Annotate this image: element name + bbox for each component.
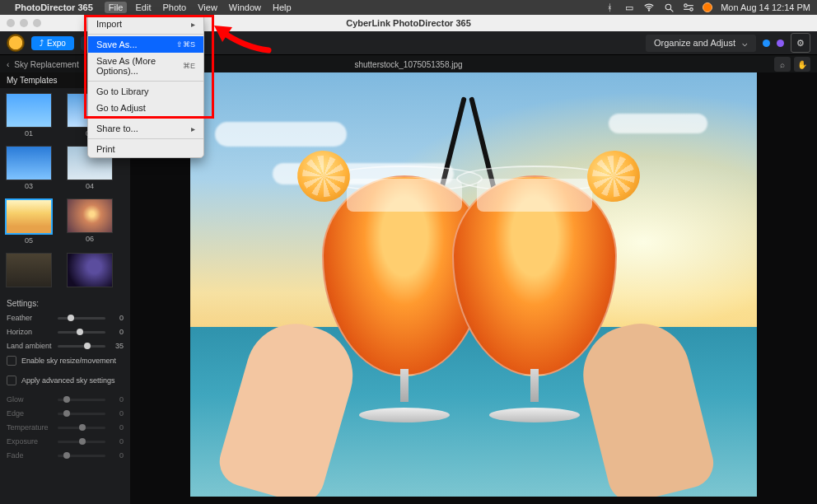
menu-item-print[interactable]: Print: [88, 141, 203, 157]
menubar-view[interactable]: View: [198, 2, 217, 12]
checkbox-label: Enable sky resize/movement: [21, 357, 116, 365]
slider-track: [58, 455, 105, 457]
chevron-left-icon[interactable]: ‹: [7, 60, 9, 69]
menu-item-share-to[interactable]: Share to...▸: [88, 120, 203, 137]
slider-horizon[interactable]: Horizon0: [7, 328, 124, 336]
svg-point-5: [690, 8, 693, 11]
sky-template-05[interactable]: [5, 198, 53, 235]
zoom-tool-button[interactable]: ⌕: [774, 57, 791, 72]
slider-glow: Glow0: [7, 395, 124, 404]
slider-track[interactable]: [58, 345, 105, 348]
slider-track[interactable]: [58, 331, 105, 334]
menu-item-label: Share to...: [96, 124, 138, 133]
menu-item-save-as-more-options[interactable]: Save As (More Options)...⌘E: [88, 53, 203, 79]
current-filename: shutterstock_1075051358.jpg: [354, 60, 462, 69]
enable-sky-resize-checkbox[interactable]: Enable sky resize/movement: [7, 356, 124, 366]
search-icon: ⌕: [780, 60, 785, 69]
menu-item-import[interactable]: Import▸: [88, 16, 203, 32]
menu-item-shortcut: ⇧⌘S: [176, 40, 195, 49]
menubar-help[interactable]: Help: [273, 2, 292, 12]
screenmirror-icon[interactable]: ▭: [623, 2, 635, 13]
menubar-window[interactable]: Window: [229, 2, 261, 12]
thumb-caption: 04: [86, 182, 94, 190]
slider-track: [58, 413, 105, 415]
thumb-caption: 03: [25, 182, 33, 190]
settings-button[interactable]: ⚙: [791, 33, 810, 53]
menubar-clock[interactable]: Mon Aug 14 12:14 PM: [721, 2, 810, 12]
slider-label: Feather: [7, 314, 53, 322]
hand-icon: ✋: [797, 60, 807, 69]
zoom-icon[interactable]: [33, 19, 41, 27]
wifi-icon[interactable]: [643, 2, 655, 13]
slider-value: 0: [110, 423, 124, 432]
upload-icon: ⤴: [40, 39, 44, 48]
image-preview[interactable]: [190, 72, 757, 497]
slider-land-ambient[interactable]: Land ambient35: [7, 342, 124, 350]
svg-point-3: [684, 4, 688, 7]
slider-value: 0: [110, 395, 124, 404]
menu-item-label: Print: [96, 144, 115, 154]
user-dot-icon[interactable]: [777, 40, 784, 47]
canvas-area: [130, 72, 817, 504]
bluetooth-icon[interactable]: ᚼ: [604, 2, 615, 13]
gear-icon: ⚙: [796, 38, 805, 49]
slider-edge: Edge0: [7, 409, 124, 418]
menu-item-go-to-library[interactable]: Go to Library: [88, 83, 203, 100]
close-icon[interactable]: [7, 19, 15, 27]
menu-item-save-as[interactable]: Save As...⇧⌘S: [88, 36, 203, 53]
export-label: Expo: [47, 39, 66, 48]
slider-label: Fade: [7, 451, 53, 460]
menu-item-label: Save As (More Options)...: [96, 56, 183, 76]
traffic-lights[interactable]: [7, 19, 41, 27]
minimize-icon[interactable]: [20, 19, 28, 27]
menu-item-shortcut: ⌘E: [183, 62, 195, 70]
organize-label: Organize and Adjust: [654, 38, 735, 48]
slider-temperature: Temperature0: [7, 423, 124, 432]
menu-item-label: Go to Library: [96, 86, 149, 96]
sky-template-07[interactable]: [6, 253, 52, 287]
menu-item-go-to-adjust[interactable]: Go to Adjust: [88, 100, 203, 116]
sky-template-06[interactable]: [67, 198, 113, 233]
slider-label: Land ambient: [7, 342, 53, 350]
chevron-right-icon: ▸: [191, 124, 195, 133]
slider-fade: Fade0: [7, 451, 124, 460]
app-logo-icon[interactable]: [7, 34, 25, 52]
slider-value: 35: [110, 342, 124, 350]
svg-line-2: [670, 9, 673, 12]
file-menu: Import▸Save As...⇧⌘SSave As (More Option…: [87, 15, 204, 158]
organize-adjust-dropdown[interactable]: Organize and Adjust ⌵: [646, 35, 756, 52]
slider-feather[interactable]: Feather0: [7, 314, 124, 322]
slider-value: 0: [110, 328, 124, 336]
sky-template-01[interactable]: [6, 93, 52, 128]
menu-item-label: Save As...: [96, 40, 138, 49]
chevron-right-icon: ›: [84, 60, 86, 69]
menubar-photo[interactable]: Photo: [162, 2, 186, 12]
export-button[interactable]: ⤴Expo: [31, 36, 74, 50]
slider-value: 0: [110, 437, 124, 446]
slider-track: [58, 427, 105, 429]
spotlight-icon[interactable]: [663, 2, 675, 13]
settings-header: Settings:: [7, 299, 124, 308]
pan-tool-button[interactable]: ✋: [794, 57, 810, 72]
svg-point-0: [649, 10, 650, 11]
controlcenter-icon[interactable]: [683, 2, 694, 13]
chevron-right-icon: ▸: [191, 20, 195, 29]
advanced-sky-checkbox[interactable]: Apply advanced sky settings: [7, 376, 124, 385]
sky-template-08[interactable]: [67, 253, 113, 287]
menu-item-label: Go to Adjust: [96, 103, 146, 113]
checkbox-icon: [7, 376, 16, 385]
image-glass-right: [444, 126, 625, 422]
sky-template-03[interactable]: [6, 146, 52, 180]
slider-track[interactable]: [58, 317, 105, 320]
menubar-app[interactable]: PhotoDirector 365: [15, 2, 93, 12]
thumb-caption: 05: [25, 236, 33, 245]
menubar-edit[interactable]: Edit: [135, 2, 151, 12]
badge-icon[interactable]: [703, 2, 712, 12]
slider-label: Temperature: [7, 423, 53, 432]
notification-dot-blue[interactable]: [763, 40, 770, 47]
checkbox-icon: [7, 356, 16, 366]
slider-exposure: Exposure0: [7, 437, 124, 446]
menubar-file[interactable]: File: [105, 2, 128, 13]
slider-value: 0: [110, 409, 124, 418]
breadcrumb[interactable]: Sky Replacement: [14, 60, 78, 69]
